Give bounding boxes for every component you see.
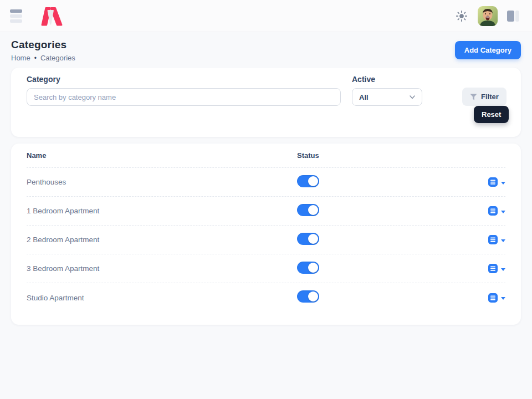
breadcrumb-current: Categories <box>40 54 75 62</box>
active-select-value: All <box>359 93 369 101</box>
status-toggle[interactable] <box>297 262 319 274</box>
theme-toggle-button[interactable] <box>453 8 470 24</box>
status-toggle[interactable] <box>297 175 319 187</box>
chevron-down-icon <box>501 211 505 213</box>
list-menu-icon <box>488 235 498 244</box>
add-category-button[interactable]: Add Category <box>455 41 521 59</box>
table-row: 2 Bedroom Apartment <box>27 226 505 254</box>
row-actions-dropdown[interactable] <box>488 206 505 216</box>
table-row: Studio Apartment <box>27 283 505 312</box>
category-search-input[interactable] <box>27 88 341 106</box>
table-row: 1 Bedroom Apartment <box>27 197 505 226</box>
list-menu-icon <box>488 177 498 187</box>
table-header-row: Name Status <box>27 144 505 168</box>
status-toggle[interactable] <box>297 233 319 245</box>
breadcrumb-separator: • <box>34 54 37 62</box>
toggle-knob <box>308 263 318 273</box>
menu-icon[interactable] <box>10 9 23 23</box>
reset-button[interactable]: Reset <box>474 106 509 123</box>
sun-icon <box>456 10 468 22</box>
breadcrumb-home-link[interactable]: Home <box>11 54 30 62</box>
top-navbar <box>0 0 532 32</box>
filter-button-label: Filter <box>481 93 499 101</box>
toggle-knob <box>308 176 318 186</box>
user-avatar-photo <box>478 6 498 26</box>
column-header-status: Status <box>297 151 505 160</box>
table-row: Penthouses <box>27 168 505 197</box>
funnel-icon <box>470 94 477 100</box>
list-menu-icon <box>488 293 498 303</box>
active-filter-label: Active <box>352 75 422 84</box>
column-header-name: Name <box>27 151 297 160</box>
list-menu-icon <box>488 206 498 216</box>
row-actions-dropdown[interactable] <box>488 293 505 303</box>
brand-logo-monogram <box>39 4 63 28</box>
category-name: 2 Bedroom Apartment <box>27 236 297 244</box>
chevron-down-icon <box>501 239 505 242</box>
list-menu-icon <box>488 264 498 273</box>
status-toggle[interactable] <box>297 204 319 216</box>
table-row: 3 Bedroom Apartment <box>27 254 505 283</box>
filter-button[interactable]: Filter <box>462 88 507 106</box>
category-name: Penthouses <box>27 178 297 186</box>
category-name: 3 Bedroom Apartment <box>27 264 297 273</box>
brand-logo[interactable] <box>39 4 63 28</box>
page-title: Categories <box>11 39 75 51</box>
category-name: Studio Apartment <box>27 294 297 302</box>
chevron-down-icon <box>501 297 505 300</box>
categories-table: Name Status Penthouses 1 Bedroom Apartme… <box>11 144 521 325</box>
row-actions-dropdown[interactable] <box>488 177 505 187</box>
toggle-knob <box>308 205 318 215</box>
page-header: Categories Home • Categories Add Categor… <box>0 32 532 68</box>
chevron-down-icon <box>408 93 416 101</box>
category-name: 1 Bedroom Apartment <box>27 207 297 215</box>
breadcrumb: Home • Categories <box>11 54 75 62</box>
chevron-down-icon <box>501 268 505 271</box>
row-actions-dropdown[interactable] <box>488 235 505 244</box>
category-filter-label: Category <box>27 75 341 84</box>
row-actions-dropdown[interactable] <box>488 264 505 273</box>
active-select[interactable]: All <box>352 88 422 106</box>
sidebar-layout-icon <box>507 10 520 22</box>
toggle-knob <box>308 291 318 301</box>
user-avatar[interactable] <box>478 6 498 26</box>
toggle-knob <box>308 234 318 244</box>
chevron-down-icon <box>501 182 505 185</box>
filter-panel: Category Active All Filter Reset <box>11 68 521 137</box>
status-toggle[interactable] <box>297 290 319 303</box>
sidebar-layout-toggle[interactable] <box>504 8 522 24</box>
